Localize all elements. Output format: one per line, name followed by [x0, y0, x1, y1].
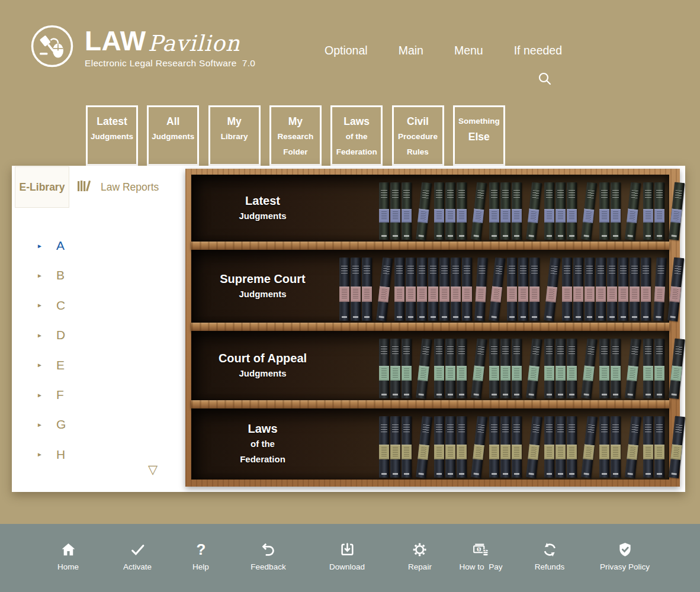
- book-spine[interactable]: [390, 416, 400, 478]
- book-spine[interactable]: [379, 339, 389, 398]
- book-spine[interactable]: [489, 258, 505, 321]
- book-spine[interactable]: [434, 339, 444, 398]
- book-spine[interactable]: [434, 416, 444, 478]
- alphabet-item-c[interactable]: ►C: [37, 298, 120, 313]
- alphabet-item-g[interactable]: ►G: [37, 417, 120, 432]
- book-spine[interactable]: [379, 416, 389, 478]
- book-spine[interactable]: [611, 182, 621, 240]
- book-spine[interactable]: [512, 182, 522, 240]
- book-spine[interactable]: [417, 258, 427, 321]
- shelf-latest-judgments[interactable]: LatestJudgments: [191, 175, 669, 242]
- book-spine[interactable]: [339, 258, 349, 321]
- book-spine[interactable]: [457, 182, 467, 240]
- book-spine[interactable]: [625, 416, 641, 478]
- book-spine[interactable]: [630, 258, 640, 321]
- book-spine[interactable]: [434, 182, 444, 240]
- book-spine[interactable]: [625, 339, 641, 399]
- book-spine[interactable]: [567, 339, 577, 398]
- book-spine[interactable]: [529, 258, 540, 321]
- footer-item-home[interactable]: Home: [57, 541, 79, 571]
- book-spine[interactable]: [555, 339, 566, 398]
- book-spine[interactable]: [669, 339, 685, 399]
- tab-something-else[interactable]: SomethingElse: [453, 105, 505, 166]
- footer-item-download[interactable]: Download: [329, 541, 365, 571]
- book-spine[interactable]: [596, 258, 606, 321]
- shelf-supreme-court-judgments[interactable]: Supreme CourtJudgments: [191, 250, 669, 323]
- book-spine[interactable]: [489, 182, 499, 240]
- footer-item-repair[interactable]: Repair: [408, 541, 432, 571]
- book-spine[interactable]: [526, 182, 542, 240]
- footer-item-how-to-pay[interactable]: $$How to Pay: [460, 541, 503, 571]
- book-spine[interactable]: [428, 258, 438, 321]
- book-spine[interactable]: [406, 258, 416, 321]
- scroll-more-icon[interactable]: ▽: [148, 462, 158, 477]
- book-spine[interactable]: [445, 416, 455, 478]
- book-spine[interactable]: [500, 416, 510, 478]
- book-spine[interactable]: [667, 258, 684, 321]
- book-spine[interactable]: [457, 339, 467, 398]
- book-spine[interactable]: [585, 258, 595, 321]
- book-spine[interactable]: [611, 416, 621, 478]
- book-spine[interactable]: [654, 339, 664, 398]
- book-spine[interactable]: [643, 339, 653, 398]
- book-spine[interactable]: [567, 416, 577, 478]
- book-spine[interactable]: [471, 339, 487, 399]
- footer-item-refunds[interactable]: Refunds: [535, 541, 564, 571]
- book-spine[interactable]: [351, 258, 361, 321]
- book-spine[interactable]: [599, 339, 609, 398]
- book-spine[interactable]: [500, 339, 510, 398]
- footer-item-privasy-policy[interactable]: Privasy Policy: [600, 541, 650, 571]
- tab-my-research-folder[interactable]: MyResearchFolder: [269, 105, 322, 166]
- book-spine[interactable]: [654, 416, 664, 478]
- book-spine[interactable]: [544, 182, 554, 240]
- book-spine[interactable]: [581, 182, 597, 240]
- book-spine[interactable]: [618, 258, 628, 321]
- book-spine[interactable]: [394, 258, 404, 321]
- alphabet-item-f[interactable]: ►F: [37, 387, 120, 403]
- book-spine[interactable]: [544, 258, 560, 321]
- book-spine[interactable]: [544, 339, 554, 398]
- book-spine[interactable]: [489, 416, 499, 478]
- book-spine[interactable]: [402, 182, 412, 240]
- book-spine[interactable]: [507, 258, 517, 321]
- book-spine[interactable]: [416, 339, 432, 399]
- book-spine[interactable]: [625, 182, 641, 240]
- book-spine[interactable]: [555, 182, 566, 240]
- book-spine[interactable]: [641, 258, 651, 321]
- book-spine[interactable]: [526, 339, 542, 399]
- book-spine[interactable]: [562, 258, 572, 321]
- book-spine[interactable]: [489, 339, 499, 398]
- alphabet-item-b[interactable]: ►B: [37, 268, 120, 283]
- book-spine[interactable]: [518, 258, 528, 321]
- book-spine[interactable]: [402, 416, 412, 478]
- book-spine[interactable]: [462, 258, 472, 321]
- book-spine[interactable]: [512, 416, 522, 478]
- footer-item-help[interactable]: ?Help: [192, 541, 209, 571]
- book-spine[interactable]: [402, 339, 412, 398]
- book-spine[interactable]: [445, 182, 455, 240]
- footer-item-feedback[interactable]: Feedback: [251, 541, 285, 571]
- book-spine[interactable]: [669, 182, 685, 240]
- shelf-court-of-appeal-judgments[interactable]: Court of AppealJudgments: [191, 331, 669, 400]
- tab-my-library[interactable]: MyLibrary: [208, 105, 261, 166]
- book-spine[interactable]: [581, 416, 598, 478]
- book-spine[interactable]: [654, 182, 664, 240]
- book-spine[interactable]: [512, 339, 522, 398]
- search-icon[interactable]: [538, 72, 552, 86]
- book-spine[interactable]: [555, 416, 566, 478]
- book-spine[interactable]: [471, 416, 487, 478]
- book-spine[interactable]: [445, 339, 455, 398]
- book-spine[interactable]: [390, 182, 400, 240]
- book-spine[interactable]: [643, 182, 653, 240]
- book-spine[interactable]: [474, 258, 488, 321]
- book-spine[interactable]: [607, 258, 617, 321]
- sidebar-tab-e-library[interactable]: E-Library: [15, 166, 69, 208]
- alphabet-item-h[interactable]: ►H: [37, 447, 120, 462]
- book-spine[interactable]: [599, 416, 609, 478]
- alphabet-item-e[interactable]: ►E: [37, 358, 120, 373]
- book-spine[interactable]: [457, 416, 467, 478]
- nav-item-if-needed[interactable]: If needed: [514, 44, 562, 57]
- book-spine[interactable]: [643, 416, 653, 478]
- book-spine[interactable]: [669, 416, 685, 478]
- book-spine[interactable]: [526, 416, 542, 478]
